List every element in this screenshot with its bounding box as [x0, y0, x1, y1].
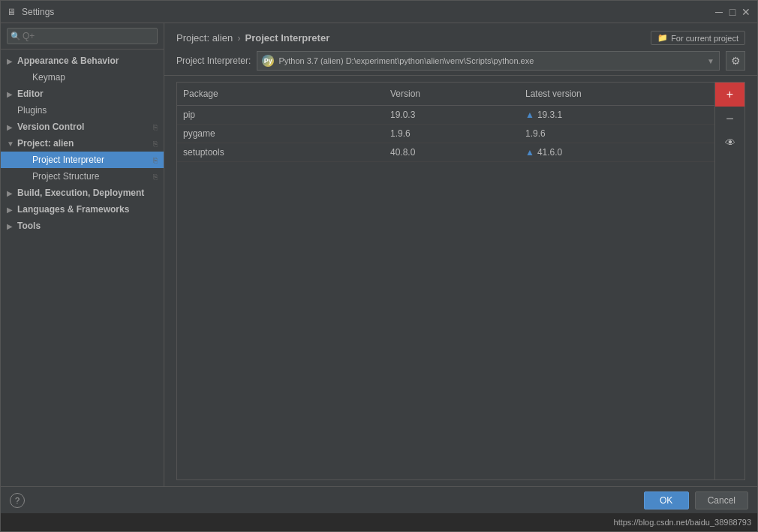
arrow-icon: ▶: [7, 206, 14, 214]
interpreter-select[interactable]: Py Python 3.7 (alien) D:\experiment\pyth…: [257, 51, 720, 71]
search-box: 🔍: [1, 23, 164, 50]
minimize-button[interactable]: ─: [714, 7, 724, 17]
package-name: setuptools: [177, 143, 384, 161]
ok-button[interactable]: OK: [644, 491, 689, 509]
arrow-placeholder: [22, 156, 29, 164]
package-name: pygame: [177, 125, 384, 143]
titlebar: 🖥 Settings ─ □ ✕: [1, 1, 757, 23]
arrow-icon: ▶: [7, 57, 14, 65]
interpreter-settings-button[interactable]: ⚙: [726, 51, 745, 71]
table-header: Package Version Latest version: [177, 83, 714, 106]
col-package: Package: [177, 86, 384, 102]
settings-window: 🖥 Settings ─ □ ✕ 🔍 ▶Appearance & Behavio…: [0, 0, 758, 532]
main-content: 🔍 ▶Appearance & Behavior Keymap▶Editor P…: [1, 23, 757, 486]
sidebar-item-tools[interactable]: ▶Tools: [1, 218, 164, 234]
close-button[interactable]: ✕: [741, 7, 751, 17]
interpreter-select-inner: Py Python 3.7 (alien) D:\experiment\pyth…: [262, 55, 707, 67]
dropdown-arrow-icon: ▼: [707, 57, 714, 65]
python-icon: Py: [262, 55, 274, 67]
nav-label: Project Structure: [32, 171, 99, 182]
sidebar-item-project-structure[interactable]: Project Structure⎘: [1, 168, 164, 185]
package-version: 19.0.3: [384, 106, 519, 124]
for-current-project-button[interactable]: 📁 For current project: [651, 31, 745, 45]
search-icon: 🔍: [11, 32, 21, 41]
sidebar-item-keymap[interactable]: Keymap: [1, 69, 164, 86]
arrow-icon: ▶: [7, 222, 14, 230]
remove-package-button[interactable]: −: [715, 107, 745, 131]
footer-bar: ? OK Cancel: [1, 486, 757, 513]
nav-label: Appearance & Behavior: [17, 56, 119, 66]
nav-label: Version Control: [17, 122, 84, 132]
arrow-icon: ▶: [7, 189, 14, 197]
latest-version-cell: ▲41.6.0: [519, 143, 684, 161]
sidebar-item-project-interpreter[interactable]: Project Interpreter⎘: [1, 152, 164, 168]
table-row[interactable]: setuptools 40.8.0 ▲41.6.0: [177, 143, 714, 162]
sidebar-item-languages-frameworks[interactable]: ▶Languages & Frameworks: [1, 201, 164, 218]
package-version: 40.8.0: [384, 143, 519, 161]
latest-version: 41.6.0: [537, 147, 562, 158]
help-button[interactable]: ?: [10, 493, 25, 508]
sidebar-item-build-execution[interactable]: ▶Build, Execution, Deployment: [1, 185, 164, 201]
app-icon: 🖥: [7, 7, 17, 17]
right-panel: Project: alien › Project Interpreter 📁 F…: [164, 23, 757, 486]
table-actions: + − 👁: [714, 83, 744, 479]
cancel-button[interactable]: Cancel: [695, 491, 748, 509]
breadcrumb-current: Project Interpreter: [245, 32, 330, 44]
table-main: Package Version Latest version pip 19.0.…: [177, 83, 714, 479]
nav-label: Project Interpreter: [32, 155, 104, 165]
interpreter-version: Python 3.7 (alien): [278, 56, 343, 65]
copy-icon: ⎘: [153, 156, 158, 164]
col-latest: Latest version: [519, 86, 684, 102]
latest-version-cell: 1.9.6: [519, 125, 684, 143]
sidebar-item-editor[interactable]: ▶Editor: [1, 86, 164, 102]
search-wrap: 🔍: [7, 28, 158, 44]
arrow-placeholder: [22, 173, 29, 181]
folder-icon: 📁: [657, 33, 668, 43]
sidebar: 🔍 ▶Appearance & Behavior Keymap▶Editor P…: [1, 23, 164, 486]
footer-left: ?: [10, 493, 25, 508]
sidebar-nav: ▶Appearance & Behavior Keymap▶Editor Plu…: [1, 50, 164, 486]
maximize-button[interactable]: □: [727, 7, 738, 17]
packages-table-container: Package Version Latest version pip 19.0.…: [176, 82, 745, 480]
copy-icon: ⎘: [153, 140, 158, 148]
window-title: Settings: [22, 7, 714, 17]
sidebar-item-appearance[interactable]: ▶Appearance & Behavior: [1, 53, 164, 69]
for-current-project-label: For current project: [671, 34, 738, 43]
search-input[interactable]: [7, 28, 158, 44]
arrow-placeholder: [22, 74, 29, 82]
latest-version-cell: ▲19.3.1: [519, 106, 684, 124]
latest-version: 1.9.6: [525, 128, 546, 139]
table-body: pip 19.0.3 ▲19.3.1 pygame 1.9.6 1.9.6 se…: [177, 106, 714, 479]
packages-panel: Package Version Latest version pip 19.0.…: [164, 76, 757, 486]
nav-label: Tools: [17, 221, 41, 231]
panel-header: Project: alien › Project Interpreter 📁 F…: [164, 23, 757, 76]
nav-label: Editor: [17, 89, 44, 99]
breadcrumb-parent: Project: alien: [176, 32, 233, 44]
watermark-text: https://blog.csdn.net/baidu_38988793: [614, 518, 751, 527]
package-name: pip: [177, 106, 384, 124]
copy-icon: ⎘: [153, 123, 158, 131]
sidebar-item-project-alien[interactable]: ▼Project: alien⎘: [1, 135, 164, 152]
latest-version: 19.3.1: [537, 110, 562, 120]
arrow-icon: ▶: [7, 90, 14, 98]
interpreter-name: Python 3.7 (alien) D:\experiment\python\…: [278, 56, 534, 65]
arrow-placeholder: [7, 107, 14, 115]
breadcrumb: Project: alien › Project Interpreter 📁 F…: [176, 31, 745, 45]
eye-button[interactable]: 👁: [715, 131, 745, 155]
sidebar-item-version-control[interactable]: ▶Version Control⎘: [1, 119, 164, 135]
window-controls: ─ □ ✕: [714, 7, 751, 17]
nav-label: Project: alien: [17, 138, 74, 149]
breadcrumb-separator: ›: [237, 32, 240, 44]
upgrade-arrow-icon: ▲: [525, 147, 534, 158]
table-row[interactable]: pygame 1.9.6 1.9.6: [177, 125, 714, 143]
arrow-icon: ▶: [7, 123, 14, 131]
sidebar-item-plugins[interactable]: Plugins: [1, 102, 164, 119]
interpreter-label: Project Interpreter:: [176, 56, 251, 66]
col-version: Version: [384, 86, 519, 102]
table-row[interactable]: pip 19.0.3 ▲19.3.1: [177, 106, 714, 125]
nav-label: Build, Execution, Deployment: [17, 188, 144, 198]
add-package-button[interactable]: +: [715, 83, 745, 107]
nav-label: Plugins: [17, 105, 47, 116]
copy-icon: ⎘: [153, 173, 158, 181]
nav-label: Languages & Frameworks: [17, 204, 129, 215]
